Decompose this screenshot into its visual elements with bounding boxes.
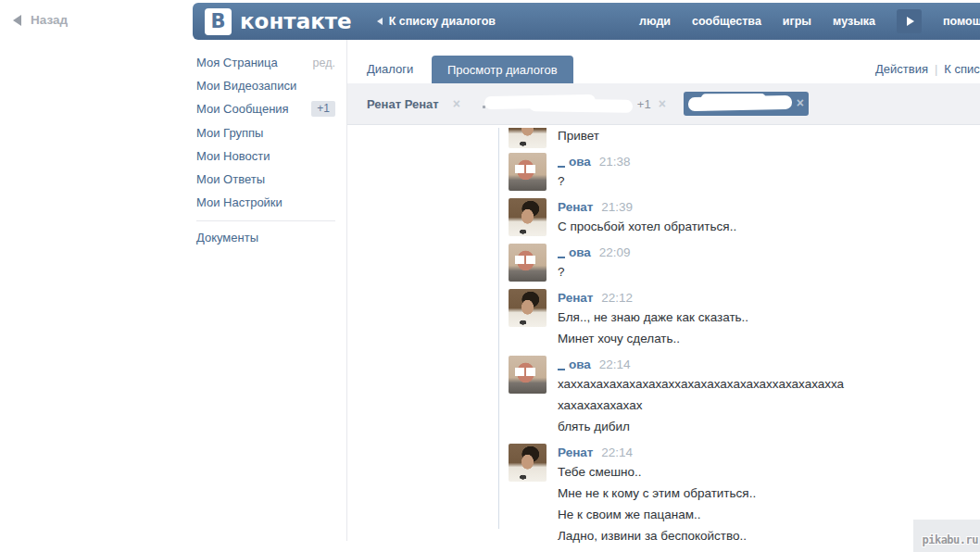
message-text: Привет	[558, 130, 599, 143]
unread-count-badge: +1	[311, 101, 335, 117]
actions-link[interactable]: Действия	[875, 62, 928, 76]
remove-chip-icon[interactable]: ×	[453, 96, 460, 111]
sidebar-item[interactable]: Мои Сообщения +1	[196, 97, 335, 120]
avatar[interactable]	[509, 198, 547, 236]
censor-scribble	[484, 95, 633, 112]
vk-logo[interactable]: В контакте	[205, 8, 352, 35]
sidebar-item[interactable]: Мои Настройки	[196, 191, 335, 214]
messages-left-border	[498, 128, 499, 529]
message-text: Не к своим же пацанам..	[558, 508, 756, 521]
sidebar-item-extra[interactable]: ред.	[313, 56, 335, 69]
avatar[interactable]	[509, 244, 547, 282]
message-text: Мне не к кому с этим обратиться..	[558, 487, 756, 500]
message-time: 22:09	[599, 245, 631, 259]
sidebar-item[interactable]: Мои Группы	[196, 121, 335, 144]
sidebar-item[interactable]: Мои Видеозаписи	[196, 74, 335, 97]
message-header: ова 22:09	[558, 245, 630, 259]
author-link[interactable]: Ренат	[558, 200, 593, 214]
back-arrow-icon	[13, 15, 21, 26]
message-list: Привет ова 21:38 ? Ренат 21:39 С просьбо…	[509, 128, 972, 552]
avatar[interactable]	[509, 153, 547, 191]
author-link[interactable]: ова	[569, 155, 591, 169]
tab-dialogs[interactable]: Диалоги	[367, 62, 413, 76]
message-time: 21:39	[601, 200, 633, 214]
dialog-chip-censored[interactable]: +1 ×	[484, 95, 666, 112]
sidebar-divider	[196, 220, 335, 221]
watermark: pikabu.ru	[922, 533, 978, 546]
nav-item[interactable]: музыка	[833, 15, 875, 28]
message-time: 22:14	[599, 358, 631, 371]
message-time: 21:38	[599, 155, 631, 169]
message-time: 22:14	[601, 445, 633, 459]
message-header: ова 21:38	[558, 155, 630, 169]
avatar[interactable]	[509, 128, 547, 148]
sidebar-item-documents[interactable]: Документы	[196, 226, 335, 249]
message-text: Бля.., не знаю даже как сказать..	[558, 311, 748, 324]
message: ова 21:38 ?	[509, 153, 972, 196]
sidebar-item[interactable]: Моя Страница ред.	[196, 51, 335, 74]
message-text: Минет хочу сделать..	[558, 332, 748, 345]
left-triangle-icon	[377, 18, 383, 25]
right-triangle-icon	[907, 17, 914, 26]
message: Ренат 22:14 Тебе смешно..Мне не к кому с…	[509, 444, 972, 551]
message: Привет	[509, 128, 972, 151]
vk-header: В контакте К списку диалогов людисообщес…	[193, 3, 980, 40]
sidebar: Моя Страница ред. Мои Видеозаписи Мои Со…	[196, 51, 335, 250]
remove-chip-icon[interactable]: ×	[797, 95, 804, 110]
dialog-chip-selected-censored[interactable]: ×	[684, 92, 809, 116]
back-link[interactable]: Назад	[13, 13, 68, 27]
message-time: 22:12	[601, 291, 633, 305]
top-nav: людисообществаигрымузыка помощь	[639, 9, 980, 33]
message-header: ова 22:14	[558, 358, 844, 371]
back-to-dialogs-link[interactable]: К списку диалогов	[377, 15, 496, 28]
nav-item[interactable]: игры	[783, 15, 811, 28]
nav-item[interactable]: люди	[639, 15, 671, 28]
message: Ренат 21:39 С просьбой хотел обратиться.…	[509, 198, 972, 242]
message-header: Ренат 22:14	[558, 445, 756, 459]
message-text: Тебе смешно..	[558, 466, 756, 479]
message: ова 22:14 хаххахахахахахахаххахахахахаха…	[509, 356, 972, 442]
dialog-chips-bar: Ренат Ренат × +1 × ×	[347, 83, 980, 125]
message-header: Ренат 22:12	[558, 291, 748, 305]
message-text: хаххахахахахахахаххахахахахахахаххахахах…	[558, 378, 844, 391]
message-text: С просьбой хотел обратиться..	[558, 220, 736, 233]
name-censor-box	[558, 246, 569, 258]
author-link[interactable]: ова	[569, 358, 591, 371]
message-text: хахахахахахах	[558, 399, 844, 412]
nav-item-help[interactable]: помощь	[943, 15, 980, 28]
message-text: ?	[558, 175, 630, 188]
nav-more-button[interactable]	[897, 9, 922, 33]
avatar[interactable]	[509, 444, 547, 482]
author-link[interactable]: Ренат	[558, 291, 593, 305]
tab-view-dialogs[interactable]: Просмотр диалогов	[432, 56, 573, 83]
back-label: Назад	[31, 13, 68, 27]
vk-logo-icon: В	[205, 8, 232, 35]
message-text: ?	[558, 266, 630, 279]
author-link[interactable]: ова	[569, 245, 591, 259]
dialog-chip-renat[interactable]: Ренат Ренат ×	[367, 96, 460, 111]
name-censor-box	[558, 358, 569, 370]
avatar[interactable]	[509, 289, 547, 327]
author-link[interactable]: Ренат	[558, 445, 593, 459]
chip-plus-count: +1	[637, 97, 651, 111]
message-text: Ладно, извини за беспокойство..	[558, 530, 756, 543]
tab-actions: Действия|К списку диалогов	[875, 62, 980, 76]
sidebar-item[interactable]: Мои Новости	[196, 144, 335, 168]
to-dialog-list-link[interactable]: К списку диалогов	[944, 62, 980, 76]
message-header: Ренат 21:39	[558, 200, 736, 214]
nav-item[interactable]: сообщества	[692, 15, 761, 28]
vk-logo-text: контакте	[240, 9, 352, 33]
message: Ренат 22:12 Бля.., не знаю даже как сказ…	[509, 289, 972, 354]
remove-chip-icon[interactable]: ×	[659, 96, 666, 111]
sidebar-item[interactable]: Мои Ответы	[196, 168, 335, 191]
name-censor-box	[558, 156, 569, 168]
avatar[interactable]	[509, 356, 547, 394]
message: ова 22:09 ?	[509, 244, 972, 287]
message-text: блять дибил	[558, 420, 844, 433]
censor-scribble	[688, 95, 792, 111]
separator: |	[935, 62, 937, 76]
